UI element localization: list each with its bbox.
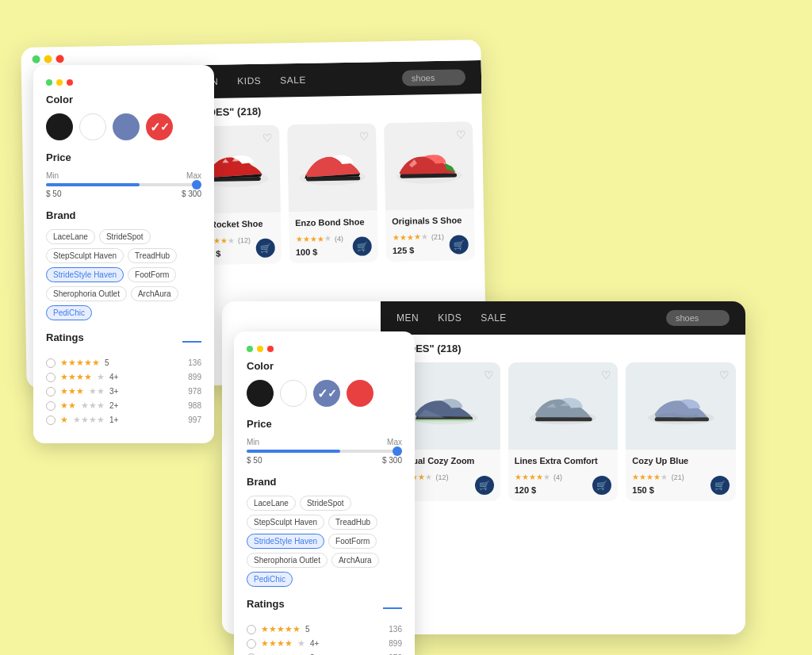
brand-footform-back[interactable]: FootForm xyxy=(128,267,176,282)
fdot-green-back xyxy=(46,79,52,86)
radio-3-back[interactable] xyxy=(46,387,56,396)
brand-title-front: Brand xyxy=(247,476,402,488)
ratings-title-front: Ratings xyxy=(247,598,285,610)
ratings-section-front: ★★★★★ 5 136 ★★★★★ 4+ 899 ★★★★★ 3+ 978 ★★… xyxy=(247,624,402,655)
heart-icon-3-back[interactable]: ♡ xyxy=(456,128,466,140)
brand-footform-front[interactable]: FootForm xyxy=(328,534,377,549)
radio-2-back[interactable] xyxy=(46,401,56,411)
brand-treadhub-back[interactable]: TreadHub xyxy=(128,248,177,263)
nav-bar-front: MEN KIDS SALE shoes xyxy=(381,301,745,335)
brand-treadhub-front[interactable]: TreadHub xyxy=(328,515,377,530)
rating-row-5-back: ★★★★★ 5 136 xyxy=(46,358,201,368)
brand-tags-front: LaceLane StrideSpot StepSculpt Haven Tre… xyxy=(247,496,402,587)
brand-stepsculpt-front[interactable]: StepSculpt Haven xyxy=(247,515,324,530)
price-max-val-front: $ 300 xyxy=(382,456,402,465)
brand-pedichic-back[interactable]: PediChic xyxy=(46,305,92,320)
brand-sherophoria-back[interactable]: Sherophoria Outlet xyxy=(46,286,127,301)
nav-kids-back[interactable]: KIDS xyxy=(237,75,261,87)
rating-row-4-front: ★★★★★ 4+ 899 xyxy=(247,638,402,649)
brand-archaura-front[interactable]: ArchAura xyxy=(331,553,379,568)
cart-badge-3-front[interactable]: 🛒 xyxy=(710,476,730,495)
ratings-section-back: ★★★★★ 5 136 ★★★★★ 4+ 899 ★★★★★ 3+ 978 ★★… xyxy=(46,358,201,425)
price-values-back: $ 50 $ 300 xyxy=(46,190,201,198)
radio-1-back[interactable] xyxy=(46,416,56,425)
rating-row-3-back: ★★★★★ 3+ 978 xyxy=(46,386,201,396)
filter-panel-back: Color ✓ Price Min Max $ 50 $ 300 Brand L… xyxy=(33,65,214,443)
product-reviews-1-front: (12) xyxy=(435,473,448,481)
product-reviews-3-back: (21) xyxy=(431,233,444,241)
product-grid-back: ♡ Pr Rocket xyxy=(190,121,475,265)
svg-rect-10 xyxy=(535,417,592,421)
color-title-back: Color xyxy=(46,94,201,105)
brand-sherophoria-front[interactable]: Sherophoria Outlet xyxy=(247,553,327,568)
radio-5-back[interactable] xyxy=(46,358,56,368)
fdot-red-back xyxy=(67,79,73,86)
price-min-label-back: Min xyxy=(46,171,59,180)
nav-sale-back[interactable]: SALE xyxy=(280,75,306,86)
product-card-front-2: ♡ Line xyxy=(508,362,619,501)
product-card-front-3: ♡ Cozy Up Blue xyxy=(626,362,736,501)
swatch-black-front[interactable] xyxy=(247,380,274,407)
ratings-line-back xyxy=(182,341,201,343)
filter-panel-front: Color ✓ Price Min Max $ 50 $ 300 Brand L… xyxy=(234,331,415,655)
brand-stridestyle-front[interactable]: StrideStyle Haven xyxy=(247,534,324,549)
price-max-label-front: Max xyxy=(387,438,402,446)
dot-yellow-back[interactable] xyxy=(44,55,52,63)
brand-stridestyle-back[interactable]: StrideStyle Haven xyxy=(46,267,124,282)
brand-stridespot-front[interactable]: StrideSpot xyxy=(300,496,351,511)
price-min-val-back: $ 50 xyxy=(46,190,61,198)
heart-icon-1-back[interactable]: ♡ xyxy=(262,132,273,144)
brand-archaura-back[interactable]: ArchAura xyxy=(131,286,178,301)
heart-icon-2-back[interactable]: ♡ xyxy=(359,129,370,142)
price-track-back[interactable] xyxy=(46,183,201,186)
rating-row-5-front: ★★★★★ 5 136 xyxy=(247,624,402,634)
nav-sale-front[interactable]: SALE xyxy=(481,312,507,324)
heart-icon-3-front[interactable]: ♡ xyxy=(719,369,730,381)
brand-lacelane-front[interactable]: LaceLane xyxy=(247,496,296,511)
product-reviews-1-back: (12) xyxy=(238,236,251,244)
results-title-back: SHOES" (218) xyxy=(190,102,473,118)
radio-4-back[interactable] xyxy=(46,373,56,382)
price-thumb-back[interactable] xyxy=(192,180,201,190)
swatch-black-back[interactable] xyxy=(46,113,73,140)
swatch-blue-back[interactable] xyxy=(113,113,140,140)
color-swatches-front: ✓ xyxy=(247,380,402,407)
price-labels-front: Min Max xyxy=(247,438,402,446)
price-section-back: Min Max $ 50 $ 300 xyxy=(46,171,201,198)
swatch-blue-front[interactable]: ✓ xyxy=(313,380,340,407)
nav-search-front[interactable]: shoes xyxy=(666,310,730,326)
price-section-front: Min Max $ 50 $ 300 xyxy=(247,438,402,465)
brand-pedichic-front[interactable]: PediChic xyxy=(247,572,293,587)
radio-4-front[interactable] xyxy=(247,639,256,649)
product-img-2-front: ♡ xyxy=(508,362,619,450)
price-thumb-front[interactable] xyxy=(393,446,402,456)
dot-red-back[interactable] xyxy=(56,55,63,63)
price-labels-back: Min Max xyxy=(46,171,201,180)
cart-badge-1-front[interactable]: 🛒 xyxy=(475,476,494,495)
brand-stridespot-back[interactable]: StrideSpot xyxy=(99,229,151,244)
brand-section-back: LaceLane StrideSpot StepSculpt Haven Tre… xyxy=(46,229,201,320)
svg-rect-8 xyxy=(416,419,473,422)
ratings-title-back: Ratings xyxy=(46,331,84,343)
ratings-header-front: Ratings xyxy=(247,598,402,618)
swatch-red-front[interactable] xyxy=(347,380,373,407)
nav-kids-front[interactable]: KIDS xyxy=(438,312,462,324)
fdot-red-front xyxy=(267,346,274,352)
radio-5-front[interactable] xyxy=(247,625,256,634)
heart-icon-1-front[interactable]: ♡ xyxy=(484,369,494,381)
swatch-red-back[interactable]: ✓ xyxy=(146,113,173,140)
price-min-val-front: $ 50 xyxy=(247,456,262,465)
brand-stepsculpt-back[interactable]: StepSculpt Haven xyxy=(46,248,124,263)
heart-icon-2-front[interactable]: ♡ xyxy=(601,369,611,381)
swatch-white-back[interactable] xyxy=(79,113,106,140)
nav-search-back[interactable]: shoes xyxy=(402,69,465,86)
swatch-white-front[interactable] xyxy=(280,380,307,407)
price-track-front[interactable] xyxy=(247,450,402,453)
dot-green-back[interactable] xyxy=(32,56,40,63)
fdot-yellow-front xyxy=(257,346,263,352)
nav-men-front[interactable]: MEN xyxy=(396,312,419,324)
product-grid-area-front: SHOES" (218) ♡ xyxy=(381,335,745,634)
shoe-svg-3-front xyxy=(642,378,721,434)
results-title-front: SHOES" (218) xyxy=(390,343,736,354)
brand-lacelane-back[interactable]: LaceLane xyxy=(46,229,95,244)
